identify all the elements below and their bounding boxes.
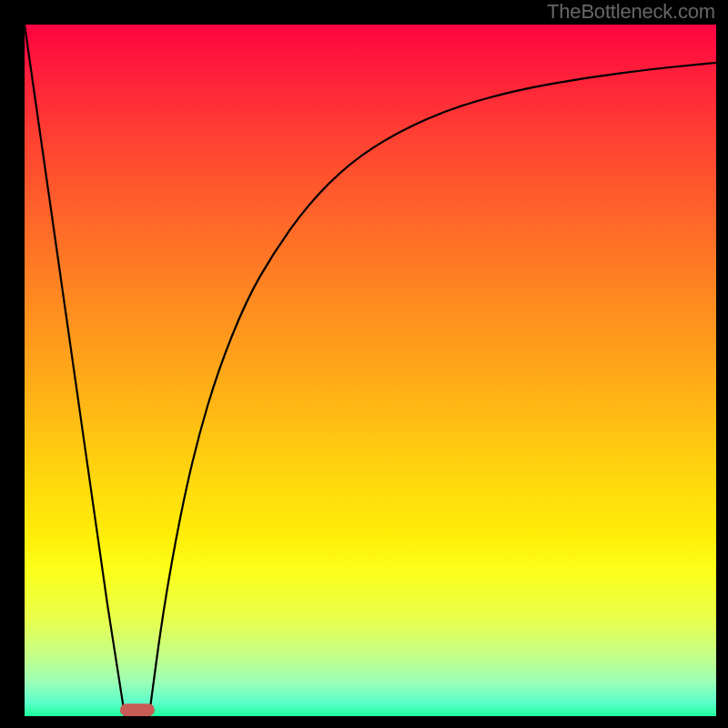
curve-svg [25, 25, 716, 716]
plot-area [25, 25, 716, 716]
curve-right [149, 63, 716, 716]
attribution-text: TheBottleneck.com [547, 0, 715, 24]
curve-left-leg [25, 25, 125, 716]
chart-frame: TheBottleneck.com [0, 0, 728, 728]
bottom-marker [120, 703, 155, 716]
